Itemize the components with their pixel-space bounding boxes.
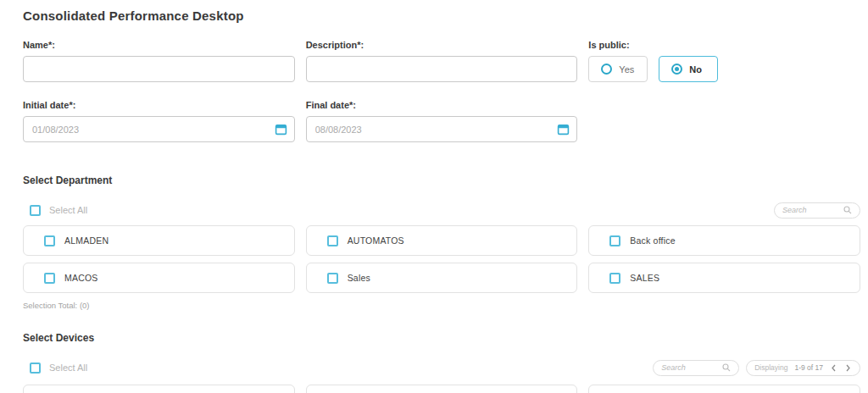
chevron-right-icon[interactable] [844, 364, 852, 372]
devices-select-all-label: Select All [49, 363, 87, 373]
checkbox-unchecked-icon[interactable] [609, 235, 620, 246]
department-item-label: ALMADEN [64, 235, 108, 246]
is-public-no-option[interactable]: No [659, 56, 718, 82]
description-input[interactable] [306, 56, 578, 82]
final-date-label: Final date*: [306, 100, 578, 110]
description-field-group: Description*: [306, 40, 578, 82]
departments-select-all-label: Select All [49, 205, 87, 215]
checkbox-unchecked-icon[interactable] [327, 235, 338, 246]
search-icon[interactable] [722, 360, 731, 375]
final-date-input[interactable] [306, 116, 578, 142]
name-field-group: Name*: [23, 40, 295, 82]
devices-search-input[interactable] [661, 363, 721, 372]
is-public-yes-option[interactable]: Yes [588, 56, 648, 82]
search-icon[interactable] [843, 202, 852, 218]
department-item[interactable]: SALES [588, 263, 860, 293]
devices-search[interactable] [653, 360, 739, 376]
checkbox-unchecked-icon[interactable] [30, 363, 41, 374]
radio-checked-icon[interactable] [671, 64, 682, 75]
devices-pagination: Displaying 1-9 of 17 [746, 360, 860, 376]
department-item-label: MACOS [64, 273, 98, 283]
is-public-label: Is public: [588, 40, 860, 50]
description-label: Description*: [306, 40, 578, 50]
is-public-group: Is public: Yes No [588, 40, 860, 82]
department-item-label: Sales [348, 273, 370, 283]
calendar-icon[interactable] [275, 123, 287, 139]
checkbox-unchecked-icon[interactable] [44, 273, 55, 284]
device-item[interactable]: OPSSP901 [306, 385, 578, 393]
initial-date-label: Initial date*: [23, 100, 295, 110]
devices-select-all[interactable]: Select All [30, 363, 87, 374]
yes-option-label: Yes [619, 64, 634, 75]
form-page: Consolidated Performance Desktop Name*: … [0, 0, 868, 393]
final-date-group: Final date*: [306, 100, 578, 142]
device-item[interactable]: DILLON [23, 385, 295, 393]
departments-search-input[interactable] [782, 206, 842, 214]
checkbox-unchecked-icon[interactable] [327, 273, 338, 284]
devices-heading: Select Devices [23, 332, 860, 344]
department-item[interactable]: Back office [588, 225, 860, 256]
initial-date-group: Initial date*: [23, 100, 295, 142]
department-item-label: Back office [630, 235, 675, 246]
radio-unchecked-icon[interactable] [601, 64, 612, 75]
departments-select-all[interactable]: Select All [30, 205, 87, 216]
department-item[interactable]: Sales [306, 263, 578, 293]
departments-search[interactable] [774, 202, 860, 219]
no-option-label: No [689, 64, 702, 75]
name-label: Name*: [23, 40, 295, 50]
calendar-icon[interactable] [557, 123, 570, 139]
checkbox-unchecked-icon[interactable] [30, 205, 41, 216]
departments-heading: Select Department [23, 174, 860, 186]
page-title: Consolidated Performance Desktop [23, 8, 860, 23]
displaying-range: 1-9 of 17 [794, 363, 823, 372]
device-item[interactable]: HP-PC [588, 385, 860, 393]
department-item[interactable]: AUTOMATOS [306, 225, 578, 256]
name-input[interactable] [23, 56, 295, 82]
department-item[interactable]: ALMADEN [23, 225, 295, 256]
department-item-label: SALES [630, 273, 659, 283]
chevron-left-icon[interactable] [830, 364, 837, 372]
departments-selection-total: Selection Total: (0) [23, 301, 860, 310]
department-item-label: AUTOMATOS [348, 235, 404, 246]
checkbox-unchecked-icon[interactable] [44, 235, 55, 246]
department-item[interactable]: MACOS [23, 263, 295, 293]
checkbox-unchecked-icon[interactable] [609, 273, 620, 284]
initial-date-input[interactable] [23, 116, 295, 142]
displaying-label: Displaying [754, 363, 787, 372]
